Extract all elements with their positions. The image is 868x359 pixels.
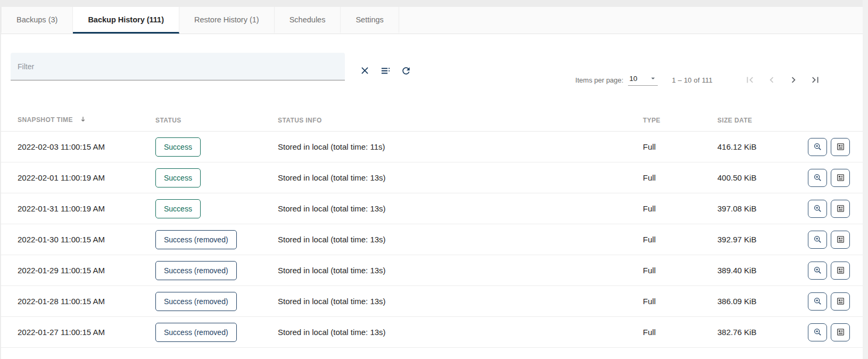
zoom-in-icon [813,234,823,244]
table-row: 2022-02-01 11:00:19 AM Success Stored in… [1,162,863,193]
scrollbar-track[interactable] [863,0,868,359]
items-per-page-select[interactable]: 10 [628,74,658,86]
status-badge: Success [155,168,201,187]
status-info-cell: Stored in local (total time: 13s) [278,266,643,275]
snapshot-time-cell: 2022-01-30 11:00:15 AM [1,235,155,244]
header-status-info: STATUS INFO [278,117,643,124]
table-row: 2022-01-30 11:00:15 AM Success (removed)… [1,224,863,255]
type-cell: Full [643,328,717,337]
header-status: STATUS [155,117,278,124]
status-info-cell: Stored in local (total time: 13s) [278,328,643,337]
type-cell: Full [643,204,717,213]
table-row: 2022-01-31 11:00:19 AM Success Stored in… [1,193,863,224]
view-backup-details-button[interactable] [808,169,827,187]
tab[interactable]: Settings [341,7,399,34]
zoom-in-icon [813,203,823,214]
tab-label: Backups (3) [16,15,57,24]
snapshot-time-cell: 2022-01-27 11:00:15 AM [1,328,155,337]
view-backup-details-button[interactable] [808,200,827,218]
filter-input[interactable] [11,53,345,80]
view-backup-details-button[interactable] [808,231,827,249]
tab[interactable]: Restore History (1) [179,7,275,34]
size-cell: 416.12 KiB [717,142,768,151]
restore-backup-button[interactable] [831,262,850,280]
header-snapshot-time[interactable]: SNAPSHOT TIME [1,116,155,125]
tab[interactable]: Schedules [275,7,341,34]
chevron-left-icon [766,74,778,86]
tab-label: Backup History (111) [88,15,164,24]
view-backup-details-button[interactable] [808,323,827,341]
snapshot-time-cell: 2022-01-28 11:00:15 AM [1,297,155,306]
header-type: TYPE [643,117,717,124]
column-filter-button[interactable] [377,62,394,79]
snapshot-time-cell: 2022-02-01 11:00:19 AM [1,173,155,182]
newspaper-icon [836,203,846,214]
view-backup-details-button[interactable] [808,292,827,311]
status-badge: Success [155,199,201,218]
zoom-in-icon [813,327,823,337]
status-info-cell: Stored in local (total time: 13s) [278,235,643,244]
type-cell: Full [643,142,717,151]
items-per-page-label: Items per page: [575,76,623,84]
table-row: 2022-01-28 11:00:15 AM Success (removed)… [1,286,863,317]
table-row: 2022-01-29 11:00:15 AM Success (removed)… [1,255,863,286]
zoom-in-icon [813,142,823,152]
tab-label: Settings [356,15,383,24]
newspaper-icon [836,265,846,275]
zoom-in-icon [813,296,823,306]
snapshot-time-cell: 2022-01-31 11:00:19 AM [1,204,155,213]
type-cell: Full [643,266,717,275]
chevron-right-icon [788,74,799,86]
first-page-button [743,73,757,87]
view-backup-details-button[interactable] [808,262,827,280]
snapshot-time-cell: 2022-02-03 11:00:15 AM [1,142,155,151]
newspaper-icon [836,234,846,244]
last-page-button[interactable] [808,73,822,87]
restore-backup-button[interactable] [831,292,850,311]
size-cell: 400.50 KiB [717,173,768,182]
size-cell: 397.08 KiB [717,204,768,213]
view-backup-details-button[interactable] [808,138,827,156]
status-badge: Success (removed) [155,261,237,280]
newspaper-icon [836,327,846,337]
restore-backup-button[interactable] [831,200,850,218]
tab[interactable]: Backup History (111) [73,7,179,34]
size-cell: 386.09 KiB [717,297,768,306]
prev-page-button [765,73,779,87]
chevron-down-icon [649,74,657,83]
first-page-icon [744,74,756,86]
newspaper-icon [836,296,846,306]
clear-filter-button[interactable] [357,62,373,79]
size-cell: 382.76 KiB [717,328,768,337]
tab[interactable]: Backups (3) [1,7,73,34]
refresh-icon [401,66,411,76]
table-row: 2022-02-03 11:00:15 AM Success Stored in… [1,132,863,162]
clear-icon [360,66,370,76]
status-info-cell: Stored in local (total time: 11s) [278,142,643,151]
snapshot-time-cell: 2022-01-29 11:00:15 AM [1,266,155,275]
newspaper-icon [836,173,846,183]
table-header-row: SNAPSHOT TIME STATUS STATUS INFO TYPE SI… [1,108,863,132]
status-badge: Success (removed) [155,292,237,311]
type-cell: Full [643,297,717,306]
status-badge: Success (removed) [155,230,237,249]
newspaper-icon [836,142,846,152]
header-size-date: SIZE DATE [717,117,768,124]
status-info-cell: Stored in local (total time: 13s) [278,297,643,306]
items-per-page-value: 10 [629,75,637,83]
restore-backup-button[interactable] [831,323,850,341]
restore-backup-button[interactable] [831,231,850,249]
last-page-icon [809,74,821,86]
type-cell: Full [643,173,717,182]
status-badge: Success (removed) [155,323,237,342]
zoom-in-icon [813,173,823,183]
tab-bar: Backups (3) Backup History (111) Restore… [1,7,863,34]
restore-backup-button[interactable] [831,169,850,187]
restore-backup-button[interactable] [831,138,850,156]
page-range-text: 1 – 10 of 111 [672,76,713,84]
next-page-button[interactable] [787,73,800,87]
filter-list-icon [380,66,391,76]
refresh-button[interactable] [398,62,415,79]
sort-desc-icon [77,117,87,125]
size-cell: 392.97 KiB [717,235,768,244]
